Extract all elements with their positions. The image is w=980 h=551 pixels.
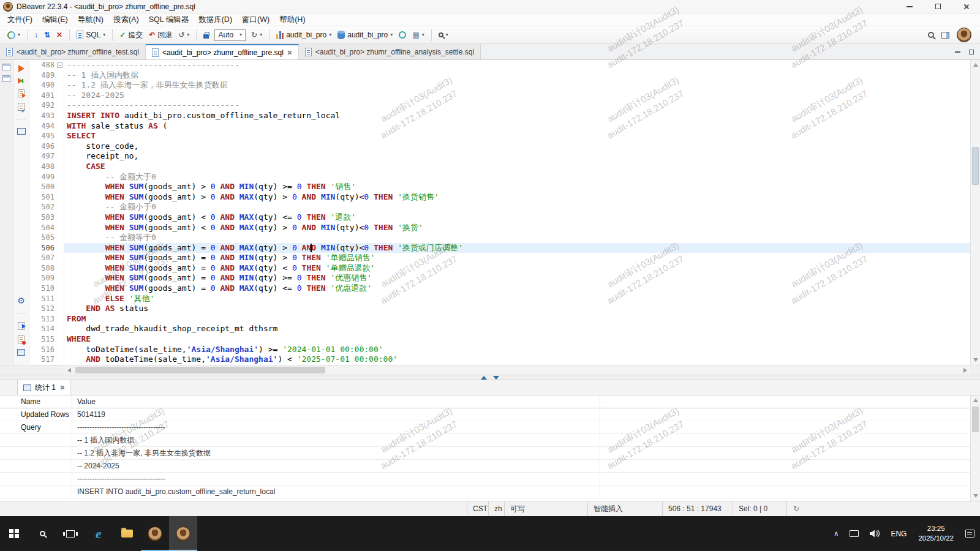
editor-tab-2[interactable]: <audit_bi_pro> zhumr_offline_analysis_se… xyxy=(299,44,481,59)
menu-item-6[interactable]: 窗口(W) xyxy=(237,13,274,26)
code-line[interactable]: END AS status xyxy=(64,304,970,314)
tab-statistics[interactable]: 统计 1 xyxy=(17,380,70,395)
hidden-icons-button[interactable]: ∧ xyxy=(828,516,844,551)
close-tab-icon[interactable] xyxy=(59,385,64,390)
code-line[interactable]: WITH sale_status AS ( xyxy=(64,121,970,132)
execute-statement-icon[interactable] xyxy=(18,65,24,72)
dropdown-caret-icon[interactable]: ▾ xyxy=(422,32,424,37)
table-row[interactable]: INSERT INTO audit_bi_pro.custom_offline_… xyxy=(0,485,980,498)
fold-marker-icon[interactable] xyxy=(57,62,62,68)
horizontal-scroll-thumb[interactable] xyxy=(75,367,325,373)
timezone-button[interactable] xyxy=(396,29,409,40)
action-center-button[interactable] xyxy=(960,516,980,551)
schema-selector[interactable]: audit_bi_pro▾ xyxy=(335,29,395,41)
editor-vertical-scrollbar[interactable] xyxy=(970,60,980,365)
close-tab-icon[interactable] xyxy=(287,50,292,55)
dropdown-caret-icon[interactable]: ▾ xyxy=(103,32,105,37)
code-line[interactable]: store_code, xyxy=(64,141,970,152)
menu-item-7[interactable]: 帮助(H) xyxy=(274,13,310,26)
table-row[interactable]: -- 1.2 插入非海一家, 非男生女生换货数据 xyxy=(0,447,980,460)
autocommit-lock-button[interactable] xyxy=(201,30,211,40)
editor-tab-1[interactable]: <audit_bi_pro> zhumr_offline_pre.sql xyxy=(146,44,299,59)
menu-item-4[interactable]: SQL 编辑器 xyxy=(144,13,194,26)
dbeaver-taskbar-button-1[interactable] xyxy=(141,516,169,551)
dropdown-caret-icon[interactable]: ▾ xyxy=(239,32,242,37)
code-line[interactable]: WHEN SUM(goods_amt) < 0 AND MAX(qty) <= … xyxy=(64,212,970,223)
taskbar-clock[interactable]: 23:25 2025/10/22 xyxy=(912,516,960,551)
table-row[interactable]: Query-----------------------------------… xyxy=(0,421,980,434)
code-line[interactable]: dwd_trade_hkaudit_shop_receipt_mt dthsrm xyxy=(64,324,970,334)
code-line[interactable]: WHEN SUM(goods_amt) = 0 AND MAX(qty) > 0… xyxy=(64,243,970,253)
reconnect-button[interactable]: ▾ xyxy=(5,29,23,41)
code-line[interactable]: WHERE xyxy=(64,334,970,345)
code-line[interactable]: WHEN SUM(goods_amt) = 0 AND MAX(qty) <= … xyxy=(64,283,970,294)
scroll-right-icon[interactable] xyxy=(963,368,967,373)
cancel-button[interactable]: ✕ xyxy=(54,29,65,40)
minimize-button[interactable] xyxy=(895,0,924,13)
code-line[interactable]: WHEN SUM(goods_amt) = 0 AND MIN(qty) >= … xyxy=(64,273,970,283)
code-line[interactable]: -- 1 插入国内数据 xyxy=(64,70,970,81)
save-file-icon[interactable] xyxy=(18,335,24,343)
code-line[interactable]: ------------------------------------ xyxy=(64,60,970,70)
execute-new-tab-button[interactable] xyxy=(18,78,24,84)
close-button[interactable] xyxy=(952,0,980,13)
menu-item-3[interactable]: 搜索(A) xyxy=(108,13,144,26)
restore-projects-icon[interactable] xyxy=(2,75,10,82)
menu-item-0[interactable]: 文件(F) xyxy=(2,13,37,26)
code-line[interactable]: ELSE '其他' xyxy=(64,294,970,304)
scroll-up-icon[interactable] xyxy=(973,63,978,67)
menu-item-5[interactable]: 数据库(D) xyxy=(194,13,237,26)
dropdown-caret-icon[interactable]: ▾ xyxy=(446,32,448,37)
scroll-left-icon[interactable] xyxy=(67,368,71,373)
scroll-down-icon[interactable] xyxy=(973,494,978,498)
code-line[interactable]: FROM xyxy=(64,314,970,324)
code-line[interactable]: -- 1.2 插入非海一家，非男生女生换货数据 xyxy=(64,80,970,91)
restore-navigator-icon[interactable] xyxy=(2,64,10,70)
editor-tab-0[interactable]: <audit_bi_pro> zhumr_offline_test.sql xyxy=(0,44,146,59)
fetch-button[interactable]: ↓ xyxy=(32,29,40,40)
rollback-button[interactable]: ↶回滚 xyxy=(146,28,175,42)
file-explorer-button[interactable] xyxy=(113,516,141,551)
export-data-icon[interactable] xyxy=(18,322,24,330)
network-button[interactable]: ▦▾ xyxy=(410,29,426,40)
search-menu-button[interactable]: ▾ xyxy=(436,31,451,39)
maximize-button[interactable] xyxy=(924,0,952,13)
code-line[interactable]: SELECT xyxy=(64,131,970,141)
dbeaver-taskbar-button-2[interactable] xyxy=(169,516,197,551)
sql-console-icon[interactable] xyxy=(17,128,26,135)
explain-plan-icon[interactable] xyxy=(18,103,24,111)
results-vertical-scrollbar[interactable] xyxy=(970,395,980,501)
open-perspective-icon[interactable] xyxy=(941,32,949,39)
gear-icon[interactable]: ⚙ xyxy=(17,296,25,305)
code-line[interactable]: INSERT INTO audit_bi_pro.custom_offline_… xyxy=(64,111,970,121)
sql-menu-button[interactable]: SQL▾ xyxy=(74,29,108,41)
editor-horizontal-scrollbar[interactable] xyxy=(64,365,970,375)
code-line[interactable]: -- 金额等于0 xyxy=(64,233,970,243)
scroll-up-icon[interactable] xyxy=(973,399,978,402)
table-row[interactable]: -- 2024-2025 xyxy=(0,460,980,473)
table-row[interactable]: -- 1 插入国内数据 xyxy=(0,434,980,447)
display-tray-button[interactable] xyxy=(844,516,864,551)
minimize-editor-icon[interactable] xyxy=(955,51,960,53)
maximize-editor-icon[interactable] xyxy=(969,50,974,54)
code-line[interactable]: -- 金额大于0 xyxy=(64,172,970,182)
dropdown-caret-icon[interactable]: ▾ xyxy=(187,32,189,37)
code-line[interactable]: WHEN SUM(goods_amt) > 0 AND MIN(qty) >= … xyxy=(64,182,970,192)
refresh-button[interactable]: ↻▾ xyxy=(249,29,265,40)
commit-button[interactable]: ✓提交 xyxy=(117,28,145,42)
ie-button[interactable]: e xyxy=(85,516,113,551)
menu-item-2[interactable]: 导航(N) xyxy=(73,13,108,26)
transaction-log-button[interactable]: ↺▾ xyxy=(176,29,192,40)
code-area[interactable]: -------------------------------------- 1… xyxy=(64,60,970,365)
code-line[interactable]: receipt_no, xyxy=(64,151,970,162)
table-row[interactable]: ------------------------------------ xyxy=(0,473,980,485)
code-line[interactable]: -- 2024-2025 xyxy=(64,91,970,101)
database-selector[interactable]: audit_bi_pro▾ xyxy=(274,29,334,41)
table-row[interactable]: Updated Rows5014119 xyxy=(0,408,980,421)
sync-button[interactable]: ⇅ xyxy=(42,29,53,40)
status-refresh-button[interactable]: ↻ xyxy=(786,501,805,516)
dropdown-caret-icon[interactable]: ▾ xyxy=(260,32,262,37)
quick-search-icon[interactable] xyxy=(928,32,934,38)
column-header-name[interactable]: Name xyxy=(17,395,72,408)
code-line[interactable]: WHEN SUM(goods_amt) > 0 AND MAX(qty) > 0… xyxy=(64,192,970,203)
